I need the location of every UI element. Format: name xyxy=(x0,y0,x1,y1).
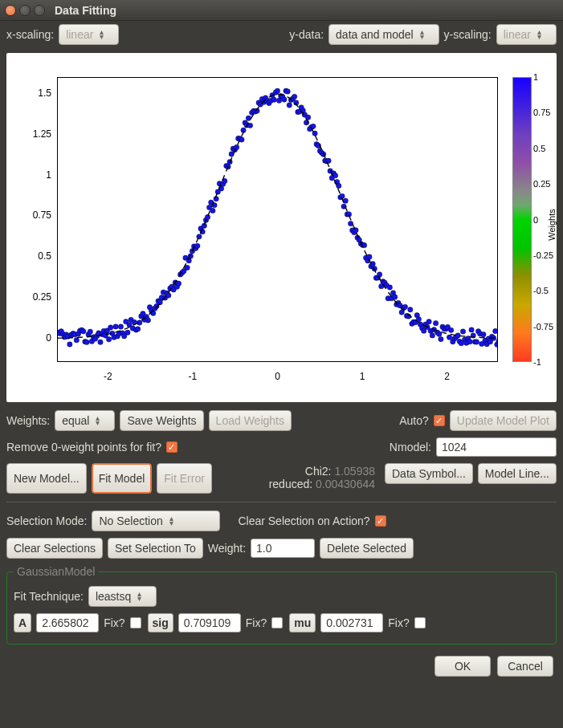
svg-point-30 xyxy=(106,337,111,342)
colorbar-tick: 0.25 xyxy=(533,179,550,189)
colorbar-tick: -0.5 xyxy=(533,286,549,295)
new-model-button[interactable]: New Model... xyxy=(6,463,87,494)
svg-point-82 xyxy=(195,243,200,248)
svg-point-195 xyxy=(387,285,392,290)
svg-point-53 xyxy=(145,318,150,323)
param-value-A[interactable] xyxy=(36,613,99,632)
svg-point-222 xyxy=(433,320,438,325)
colorbar-tick: -1 xyxy=(533,357,541,367)
param-fix-label-sig: Fix? xyxy=(246,616,267,629)
selection-mode-select[interactable]: No Selection ▴▾ xyxy=(92,510,220,531)
chi2-label: Chi2: xyxy=(305,465,332,478)
fit-model-button[interactable]: Fit Model xyxy=(92,463,153,494)
param-fix-checkbox-mu[interactable] xyxy=(414,617,426,628)
param-name-sig: sig xyxy=(148,613,173,632)
y-data-select[interactable]: data and model ▴▾ xyxy=(328,24,439,45)
fit-technique-label: Fit Technique: xyxy=(14,590,84,603)
weights-value: equal xyxy=(62,414,89,427)
x-scaling-select[interactable]: linear ▴▾ xyxy=(59,24,119,45)
param-value-mu[interactable] xyxy=(320,613,383,632)
svg-point-17 xyxy=(84,340,89,344)
fit-error-button[interactable]: Fit Error xyxy=(157,463,212,494)
y-scaling-select[interactable]: linear ▴▾ xyxy=(496,24,557,45)
param-name-mu: mu xyxy=(289,613,316,632)
cancel-button[interactable]: Cancel xyxy=(497,656,553,677)
minimize-icon[interactable] xyxy=(19,5,31,16)
gaussian-legend: GaussianModel xyxy=(14,565,98,578)
svg-point-169 xyxy=(343,198,348,203)
svg-point-207 xyxy=(408,307,413,312)
clear-on-action-checkbox[interactable] xyxy=(375,515,386,527)
colorbar: -1-0.75-0.5-0.2500.250.50.751 Weights xyxy=(506,69,550,386)
data-symbol-button[interactable]: Data Symbol... xyxy=(385,463,473,484)
y-tick: 0.25 xyxy=(13,291,51,303)
fit-technique-select[interactable]: leastsq ▴▾ xyxy=(88,586,157,607)
top-controls: x-scaling: linear ▴▾ y-data: data and mo… xyxy=(0,21,563,48)
svg-point-65 xyxy=(166,293,171,298)
selection-actions-row: Clear Selections Set Selection To Weight… xyxy=(0,535,563,562)
svg-point-25 xyxy=(98,340,103,344)
svg-point-198 xyxy=(392,295,397,299)
maximize-icon[interactable] xyxy=(34,5,45,16)
x-scaling-value: linear xyxy=(66,28,93,41)
svg-point-83 xyxy=(197,234,202,239)
param-value-sig[interactable] xyxy=(178,613,241,632)
svg-point-108 xyxy=(239,137,244,142)
plot-frame xyxy=(57,77,498,362)
colorbar-tick: 1 xyxy=(533,72,538,82)
fit-technique-value: leastsq xyxy=(96,590,131,603)
weights-select[interactable]: equal ▴▾ xyxy=(55,410,115,431)
remove0-checkbox[interactable] xyxy=(166,441,177,453)
colorbar-tick: 0 xyxy=(533,215,538,225)
scatter-plot xyxy=(58,78,497,361)
param-fix-checkbox-A[interactable] xyxy=(130,617,141,628)
svg-point-246 xyxy=(474,340,479,344)
svg-point-238 xyxy=(460,329,465,334)
remove0-label: Remove 0-weight points for fit? xyxy=(6,441,161,453)
svg-point-129 xyxy=(275,88,279,93)
x-tick: 2 xyxy=(444,371,450,382)
load-weights-button[interactable]: Load Weights xyxy=(209,410,292,431)
model-line-button[interactable]: Model Line... xyxy=(478,463,557,484)
svg-point-220 xyxy=(430,333,434,338)
nmodel-input[interactable] xyxy=(436,437,557,457)
svg-point-37 xyxy=(118,324,123,329)
weight-input[interactable] xyxy=(251,539,315,558)
svg-point-225 xyxy=(439,336,443,341)
window-controls xyxy=(5,5,45,16)
weights-label: Weights: xyxy=(6,414,50,427)
svg-point-257 xyxy=(493,328,497,333)
svg-point-31 xyxy=(108,325,113,330)
delete-selected-button[interactable]: Delete Selected xyxy=(320,538,414,559)
clear-selections-button[interactable]: Clear Selections xyxy=(6,538,103,559)
updown-icon: ▴▾ xyxy=(420,30,424,39)
reduced-value: 0.00430644 xyxy=(316,478,375,490)
plot-area: 00.250.50.7511.251.5 -2-1012 -1-0.75-0.5… xyxy=(6,53,557,402)
divider xyxy=(6,502,557,502)
reduced-label: reduced: xyxy=(269,478,312,490)
svg-point-71 xyxy=(176,281,181,286)
param-fix-checkbox-sig[interactable] xyxy=(271,617,283,628)
weights-row: Weights: equal ▴▾ Save Weights Load Weig… xyxy=(0,407,563,434)
colorbar-tick: -0.75 xyxy=(533,322,553,331)
gaussian-model-group: GaussianModel Fit Technique: leastsq ▴▾ … xyxy=(6,565,557,645)
save-weights-button[interactable]: Save Weights xyxy=(120,410,203,431)
update-model-plot-button[interactable]: Update Model Plot xyxy=(450,410,557,431)
updown-icon: ▴▾ xyxy=(169,516,173,526)
dialog-footer: OK Cancel xyxy=(0,648,563,685)
auto-checkbox[interactable] xyxy=(434,415,445,426)
svg-point-91 xyxy=(210,208,215,213)
x-tick: -2 xyxy=(104,371,112,382)
chi2-value: 1.05938 xyxy=(334,465,375,478)
x-tick: -1 xyxy=(189,371,198,382)
svg-point-127 xyxy=(271,97,276,102)
x-tick: 0 xyxy=(275,371,280,382)
svg-point-204 xyxy=(402,304,407,309)
set-selection-to-button[interactable]: Set Selection To xyxy=(108,538,203,559)
main-plot: 00.250.50.7511.251.5 -2-1012 xyxy=(13,69,506,386)
window-title: Data Fitting xyxy=(55,4,116,17)
svg-point-250 xyxy=(481,331,486,336)
close-icon[interactable] xyxy=(5,5,16,16)
svg-point-11 xyxy=(74,338,79,343)
ok-button[interactable]: OK xyxy=(434,656,491,677)
